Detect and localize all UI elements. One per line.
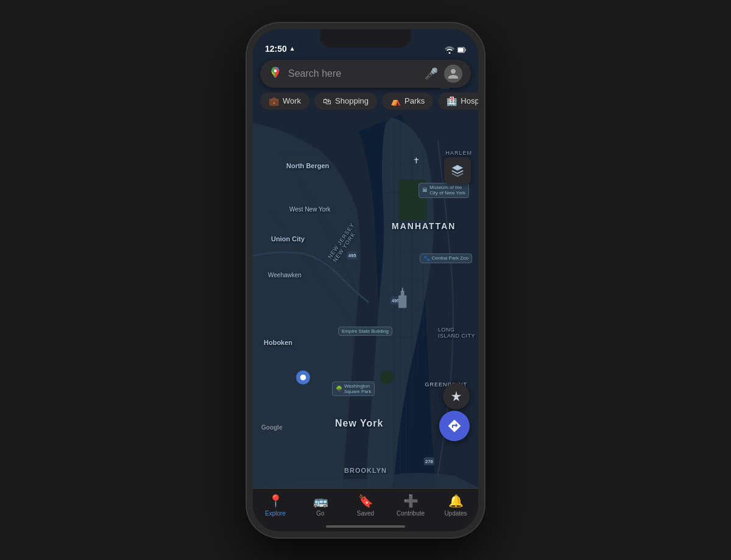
- work-pill[interactable]: 💼 Work: [260, 93, 309, 110]
- empire-state-poi[interactable]: Empire State Building: [338, 327, 392, 336]
- user-avatar[interactable]: [444, 65, 462, 83]
- work-icon: 💼: [269, 96, 279, 106]
- location-icon: ▲: [289, 45, 295, 52]
- explore-label: Explore: [265, 510, 286, 517]
- compass-button[interactable]: [443, 383, 470, 409]
- home-indicator: [326, 525, 405, 528]
- museum-poi[interactable]: 🏛Museum of theCity of New York: [418, 183, 469, 198]
- layers-icon: [451, 164, 464, 177]
- google-watermark: Google: [261, 424, 282, 431]
- svg-point-38: [274, 69, 277, 72]
- svg-point-34: [449, 52, 451, 54]
- mic-icon[interactable]: 🎤: [425, 67, 438, 80]
- phone-inner: 495 495 ✝ 278 63 Nort: [253, 29, 478, 531]
- map-layer-button[interactable]: [444, 157, 471, 184]
- search-bar[interactable]: Search here 🎤: [260, 60, 471, 88]
- svg-rect-37: [465, 49, 466, 51]
- contribute-label: Contribute: [397, 510, 425, 517]
- updates-label: Updates: [444, 510, 467, 517]
- nav-explore[interactable]: 📍 Explore: [257, 494, 294, 517]
- svg-rect-25: [398, 295, 406, 308]
- go-label: Go: [316, 510, 324, 517]
- nav-contribute[interactable]: ➕ Contribute: [392, 494, 429, 517]
- google-maps-logo: [269, 66, 282, 82]
- svg-point-33: [300, 374, 306, 380]
- svg-text:495: 495: [348, 253, 356, 258]
- svg-rect-36: [458, 48, 464, 52]
- saved-label: Saved: [357, 510, 374, 517]
- battery-icon: [457, 47, 466, 53]
- explore-icon: 📍: [268, 494, 283, 508]
- shopping-label: Shopping: [335, 96, 369, 105]
- phone-frame: 495 495 ✝ 278 63 Nort: [247, 23, 484, 537]
- contribute-icon: ➕: [403, 494, 418, 508]
- time: 12:50: [265, 44, 287, 54]
- parks-label: Parks: [404, 96, 425, 105]
- svg-point-19: [380, 370, 394, 385]
- hospitals-icon: 🏥: [447, 96, 457, 106]
- washington-sq-poi[interactable]: 🌳WashingtonSquare Park: [332, 381, 375, 396]
- nav-updates[interactable]: 🔔 Updates: [437, 494, 474, 517]
- notch: [320, 29, 411, 48]
- parks-pill[interactable]: ⛺ Parks: [382, 93, 433, 110]
- shopping-icon: 🛍: [323, 96, 331, 106]
- search-placeholder[interactable]: Search here: [288, 68, 418, 79]
- svg-text:495: 495: [392, 298, 400, 303]
- category-bar: 💼 Work 🛍 Shopping ⛺ Parks 🏥 Hospitals: [253, 93, 478, 110]
- nav-go[interactable]: 🚌 Go: [302, 494, 339, 517]
- directions-icon: [447, 419, 462, 433]
- status-right: [445, 46, 466, 54]
- wifi-icon: [445, 46, 454, 54]
- hospitals-label: Hospitals: [461, 96, 478, 105]
- directions-button[interactable]: [439, 411, 470, 441]
- central-park-zoo-poi[interactable]: 🐾Central Park Zoo: [420, 253, 472, 263]
- saved-icon: 🔖: [358, 494, 373, 508]
- updates-icon: 🔔: [448, 494, 464, 508]
- hospitals-pill[interactable]: 🏥 Hospitals: [438, 93, 478, 110]
- svg-text:278: 278: [425, 458, 433, 464]
- compass-icon: [450, 390, 462, 402]
- go-icon: 🚌: [313, 494, 328, 508]
- parks-icon: ⛺: [390, 96, 401, 106]
- status-left: 12:50 ▲: [265, 44, 295, 54]
- work-label: Work: [283, 96, 301, 105]
- svg-rect-27: [402, 288, 403, 292]
- shopping-pill[interactable]: 🛍 Shopping: [314, 93, 377, 110]
- svg-text:✝: ✝: [413, 156, 420, 165]
- nav-saved[interactable]: 🔖 Saved: [347, 494, 384, 517]
